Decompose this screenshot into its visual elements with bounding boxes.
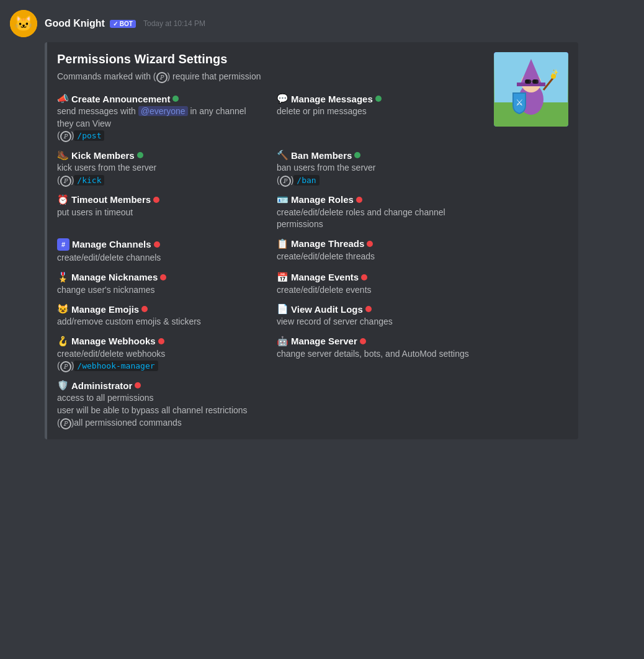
perm-manage-events-desc: create/edit/delete events bbox=[277, 284, 481, 297]
ban-command: /ban bbox=[293, 175, 319, 186]
perm-manage-nicknames-desc: change user's nicknames bbox=[57, 284, 262, 297]
p-symbol-ban: 𝙿 bbox=[280, 176, 291, 187]
p-symbol-admin: 𝙿 bbox=[60, 418, 71, 429]
shield-icon: 🛡️ bbox=[57, 380, 69, 391]
perm-timeout-members: ⏰ Timeout Members put users in timeout bbox=[57, 194, 262, 231]
svg-rect-7 bbox=[517, 83, 545, 86]
perm-view-audit-logs: 📄 View Audit Logs view record of server … bbox=[277, 303, 481, 328]
status-green-dot-2 bbox=[375, 96, 382, 102]
p-symbol-1: 𝙿 bbox=[60, 131, 71, 142]
embed-thumbnail: ⚔ ✨ bbox=[494, 52, 568, 127]
perm-manage-server: 🤖 Manage Server change server details, b… bbox=[277, 336, 481, 373]
perm-manage-nicknames-title: 🎖️ Manage Nicknames bbox=[57, 272, 262, 283]
notepad-icon: 📋 bbox=[277, 238, 288, 249]
perm-timeout-title: ⏰ Timeout Members bbox=[57, 194, 262, 205]
chat-container: 🐱 Good Knight ✓ BOT Today at 10:14 PM bbox=[0, 0, 644, 449]
hammer-icon: 🔨 bbox=[277, 150, 288, 161]
speech-bubble-icon: 💬 bbox=[277, 93, 288, 104]
avatar: 🐱 bbox=[10, 10, 37, 37]
perm-kick-desc: kick users from the server bbox=[57, 162, 262, 174]
perm-view-audit-logs-desc: view record of server changes bbox=[277, 316, 481, 328]
perm-administrator: 🛡️ Administrator access to all permissio… bbox=[57, 380, 481, 429]
perm-create-announcement-cmd: (𝙿)/post bbox=[57, 130, 262, 142]
perm-manage-webhooks-desc: create/edit/delete webhooks bbox=[57, 348, 262, 361]
bot-username: Good Knight bbox=[45, 18, 105, 29]
svg-text:⚔: ⚔ bbox=[516, 97, 524, 107]
perm-manage-events-title: 📅 Manage Events bbox=[277, 272, 481, 283]
perm-manage-server-title: 🤖 Manage Server bbox=[277, 336, 481, 347]
status-red-dot-4 bbox=[367, 241, 373, 247]
header-info: Good Knight ✓ BOT Today at 10:14 PM bbox=[45, 18, 205, 29]
hash-icon: # bbox=[57, 238, 69, 251]
smiley-cat-icon: 😺 bbox=[57, 303, 69, 315]
perm-manage-messages-title: 💬 Manage Messages bbox=[277, 93, 481, 104]
status-red-dot-9 bbox=[158, 338, 164, 344]
avatar-image: 🐱 bbox=[10, 10, 37, 37]
embed: ⚔ ✨ Permissions Wizard Settings Commands… bbox=[45, 42, 578, 439]
hook-icon: 🪝 bbox=[57, 336, 69, 347]
perm-manage-emojis: 😺 Manage Emojis add/remove custom emojis… bbox=[57, 303, 262, 328]
perm-manage-messages: 💬 Manage Messages delete or pin messages bbox=[277, 93, 481, 142]
perm-ban-members-title: 🔨 Ban Members bbox=[277, 150, 481, 161]
perm-create-announcement: 📣 Create Announcement send messages with… bbox=[57, 93, 262, 142]
message-timestamp: Today at 10:14 PM bbox=[143, 19, 205, 28]
perm-kick-members-title: 🥾 Kick Members bbox=[57, 150, 262, 161]
perm-manage-channels-title: # Manage Channels bbox=[57, 238, 262, 251]
perm-administrator-cmd: (𝙿)all permissioned commands bbox=[57, 417, 481, 429]
wizard-image: ⚔ ✨ bbox=[494, 52, 568, 127]
perm-manage-messages-desc: delete or pin messages bbox=[277, 105, 481, 118]
perm-kick-cmd: (𝙿)/kick bbox=[57, 174, 262, 187]
status-red-dot-6 bbox=[361, 274, 367, 280]
svg-rect-11 bbox=[532, 79, 539, 84]
everyone-mention: @everyone bbox=[138, 106, 188, 116]
p-symbol-kick: 𝙿 bbox=[60, 176, 71, 187]
permissions-grid: 📣 Create Announcement send messages with… bbox=[57, 93, 481, 375]
kick-command: /kick bbox=[74, 175, 104, 186]
post-command: /post bbox=[74, 130, 104, 141]
perm-manage-threads-desc: create/edit/delete threads bbox=[277, 251, 481, 263]
perm-kick-members: 🥾 Kick Members kick users from the serve… bbox=[57, 150, 262, 187]
perm-manage-threads-title: 📋 Manage Threads bbox=[277, 238, 481, 249]
embed-title: Permissions Wizard Settings bbox=[57, 52, 568, 66]
status-red-dot-10 bbox=[360, 338, 366, 344]
status-red-dot-1 bbox=[153, 197, 159, 203]
status-green-dot-4 bbox=[354, 152, 360, 158]
p-symbol-webhook: 𝙿 bbox=[60, 361, 71, 372]
perm-ban-desc: ban users from the server bbox=[277, 162, 481, 174]
perm-manage-webhooks-cmd: (𝙿)/webhook-manager bbox=[57, 360, 262, 372]
perm-manage-channels: # Manage Channels create/edit/delete cha… bbox=[57, 238, 262, 264]
status-red-dot-7 bbox=[141, 306, 148, 312]
alarm-clock-icon: ⏰ bbox=[57, 194, 69, 205]
perm-manage-server-desc: change server details, bots, and AutoMod… bbox=[277, 348, 481, 361]
perm-manage-channels-desc: create/edit/delete channels bbox=[57, 252, 262, 264]
svg-text:🐱: 🐱 bbox=[14, 14, 33, 32]
message-header: 🐱 Good Knight ✓ BOT Today at 10:14 PM bbox=[0, 0, 644, 42]
boot-icon: 🥾 bbox=[57, 150, 69, 161]
bot-badge: ✓ BOT bbox=[110, 20, 136, 28]
perm-manage-webhooks-title: 🪝 Manage Webhooks bbox=[57, 336, 262, 347]
scroll-icon: 📄 bbox=[277, 303, 288, 315]
perm-manage-roles: 🪪 Manage Roles create/edit/delete roles … bbox=[277, 194, 481, 231]
embed-description: Commands marked with (𝙿) require that pe… bbox=[57, 71, 568, 83]
robot-icon: 🤖 bbox=[277, 336, 288, 347]
perm-manage-threads: 📋 Manage Threads create/edit/delete thre… bbox=[277, 238, 481, 264]
perm-timeout-desc: put users in timeout bbox=[57, 207, 262, 219]
perm-view-audit-logs-title: 📄 View Audit Logs bbox=[277, 303, 481, 315]
perm-manage-webhooks: 🪝 Manage Webhooks create/edit/delete web… bbox=[57, 336, 262, 373]
perm-manage-events: 📅 Manage Events create/edit/delete event… bbox=[277, 272, 481, 297]
perm-ban-members: 🔨 Ban Members ban users from the server … bbox=[277, 150, 481, 187]
perm-administrator-desc1: access to all permissions bbox=[57, 392, 481, 405]
id-card-icon: 🪪 bbox=[277, 194, 288, 205]
username-row: Good Knight ✓ BOT Today at 10:14 PM bbox=[45, 18, 205, 29]
svg-text:✨: ✨ bbox=[551, 68, 559, 76]
status-red-dot-2 bbox=[356, 197, 362, 203]
perm-create-announcement-desc: send messages with @everyone in any chan… bbox=[57, 105, 262, 130]
perm-manage-emojis-desc: add/remove custom emojis & stickers bbox=[57, 316, 262, 328]
calendar-icon: 📅 bbox=[277, 272, 288, 283]
perm-manage-nicknames: 🎖️ Manage Nicknames change user's nickna… bbox=[57, 272, 262, 297]
status-red-dot-5 bbox=[160, 274, 166, 280]
status-red-dot-3 bbox=[154, 241, 160, 248]
perm-manage-emojis-title: 😺 Manage Emojis bbox=[57, 303, 262, 315]
medal-icon: 🎖️ bbox=[57, 272, 69, 283]
perm-manage-roles-desc: create/edit/delete roles and change chan… bbox=[277, 207, 481, 231]
